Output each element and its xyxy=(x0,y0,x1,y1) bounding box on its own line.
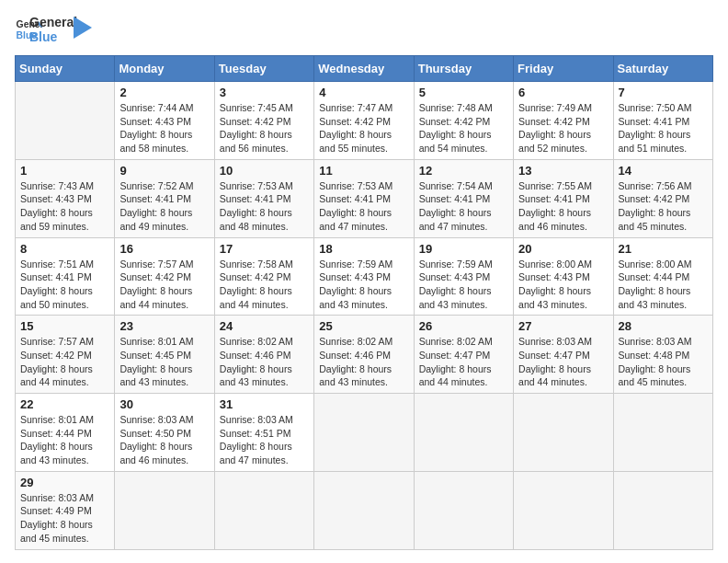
calendar-body: 2Sunrise: 7:44 AMSunset: 4:43 PMDaylight… xyxy=(16,82,713,550)
calendar-cell: 14Sunrise: 7:56 AMSunset: 4:42 PMDayligh… xyxy=(613,159,712,237)
day-info: Sunrise: 7:53 AMSunset: 4:41 PMDaylight:… xyxy=(319,179,408,234)
day-info: Sunrise: 8:03 AMSunset: 4:48 PMDaylight:… xyxy=(619,335,708,389)
calendar-week-2: 8Sunrise: 7:51 AMSunset: 4:41 PMDaylight… xyxy=(16,237,713,316)
calendar-cell: 8Sunrise: 7:51 AMSunset: 4:41 PMDaylight… xyxy=(16,237,115,316)
calendar-cell: 2Sunrise: 7:44 AMSunset: 4:43 PMDaylight… xyxy=(115,82,214,160)
calendar-cell: 25Sunrise: 8:02 AMSunset: 4:46 PMDayligh… xyxy=(314,316,414,394)
day-number: 18 xyxy=(319,242,408,256)
day-number: 31 xyxy=(220,397,309,411)
calendar-cell: 3Sunrise: 7:45 AMSunset: 4:42 PMDaylight… xyxy=(214,82,313,160)
calendar-cell xyxy=(613,471,712,549)
calendar-cell: 27Sunrise: 8:03 AMSunset: 4:47 PMDayligh… xyxy=(514,316,613,394)
day-info: Sunrise: 7:50 AMSunset: 4:41 PMDaylight:… xyxy=(619,101,708,155)
calendar-cell xyxy=(514,394,613,472)
calendar-cell: 18Sunrise: 7:59 AMSunset: 4:43 PMDayligh… xyxy=(314,237,414,316)
header-cell-thursday: Thursday xyxy=(414,56,513,82)
day-info: Sunrise: 7:44 AMSunset: 4:43 PMDaylight:… xyxy=(119,101,209,155)
day-info: Sunrise: 7:53 AMSunset: 4:41 PMDaylight:… xyxy=(220,179,309,234)
day-number: 7 xyxy=(619,86,708,99)
day-number: 3 xyxy=(220,86,309,99)
day-info: Sunrise: 7:48 AMSunset: 4:42 PMDaylight:… xyxy=(419,101,508,155)
day-number: 29 xyxy=(20,476,109,489)
calendar-cell: 21Sunrise: 8:00 AMSunset: 4:44 PMDayligh… xyxy=(613,237,712,316)
logo-arrow-icon xyxy=(74,17,92,39)
day-number: 14 xyxy=(619,164,708,178)
header-cell-wednesday: Wednesday xyxy=(314,56,414,82)
day-number: 17 xyxy=(220,242,309,256)
day-info: Sunrise: 8:03 AMSunset: 4:51 PMDaylight:… xyxy=(220,413,309,467)
day-number: 6 xyxy=(518,86,608,99)
calendar-cell: 9Sunrise: 7:52 AMSunset: 4:41 PMDaylight… xyxy=(115,159,214,237)
day-number: 26 xyxy=(419,319,508,333)
day-number: 5 xyxy=(419,86,508,99)
calendar-cell xyxy=(613,394,712,472)
day-info: Sunrise: 8:00 AMSunset: 4:43 PMDaylight:… xyxy=(518,258,608,312)
day-number: 19 xyxy=(419,242,508,256)
day-number: 23 xyxy=(119,319,209,333)
calendar-week-5: 29Sunrise: 8:03 AMSunset: 4:49 PMDayligh… xyxy=(16,471,713,549)
calendar-table: SundayMondayTuesdayWednesdayThursdayFrid… xyxy=(15,55,713,550)
day-info: Sunrise: 8:02 AMSunset: 4:46 PMDaylight:… xyxy=(319,335,408,389)
day-info: Sunrise: 7:52 AMSunset: 4:41 PMDaylight:… xyxy=(119,179,209,234)
day-info: Sunrise: 7:47 AMSunset: 4:42 PMDaylight:… xyxy=(319,101,408,155)
calendar-cell: 10Sunrise: 7:53 AMSunset: 4:41 PMDayligh… xyxy=(214,159,313,237)
calendar-cell: 6Sunrise: 7:49 AMSunset: 4:42 PMDaylight… xyxy=(514,82,613,160)
calendar-cell: 24Sunrise: 8:02 AMSunset: 4:46 PMDayligh… xyxy=(214,316,313,394)
calendar-cell: 30Sunrise: 8:03 AMSunset: 4:50 PMDayligh… xyxy=(115,394,214,472)
day-info: Sunrise: 7:45 AMSunset: 4:42 PMDaylight:… xyxy=(220,101,309,155)
calendar-cell xyxy=(514,471,613,549)
svg-marker-3 xyxy=(74,17,92,39)
calendar-cell: 5Sunrise: 7:48 AMSunset: 4:42 PMDaylight… xyxy=(414,82,513,160)
day-number: 2 xyxy=(119,86,209,99)
day-info: Sunrise: 8:00 AMSunset: 4:44 PMDaylight:… xyxy=(619,258,708,312)
day-info: Sunrise: 7:56 AMSunset: 4:42 PMDaylight:… xyxy=(619,179,708,234)
calendar-cell xyxy=(314,394,414,472)
day-number: 16 xyxy=(119,242,209,256)
day-info: Sunrise: 8:03 AMSunset: 4:47 PMDaylight:… xyxy=(518,335,608,389)
calendar-cell: 11Sunrise: 7:53 AMSunset: 4:41 PMDayligh… xyxy=(314,159,414,237)
day-info: Sunrise: 8:02 AMSunset: 4:46 PMDaylight:… xyxy=(220,335,309,389)
day-info: Sunrise: 7:49 AMSunset: 4:42 PMDaylight:… xyxy=(518,101,608,155)
day-info: Sunrise: 8:02 AMSunset: 4:47 PMDaylight:… xyxy=(419,335,508,389)
day-number: 30 xyxy=(119,397,209,411)
header-cell-tuesday: Tuesday xyxy=(214,56,313,82)
calendar-cell: 17Sunrise: 7:58 AMSunset: 4:42 PMDayligh… xyxy=(214,237,313,316)
day-number: 8 xyxy=(20,242,109,256)
day-number: 21 xyxy=(619,242,708,256)
day-number: 10 xyxy=(220,164,309,178)
day-info: Sunrise: 7:51 AMSunset: 4:41 PMDaylight:… xyxy=(20,258,109,312)
day-number: 12 xyxy=(419,164,508,178)
calendar-cell xyxy=(414,394,513,472)
day-info: Sunrise: 7:55 AMSunset: 4:41 PMDaylight:… xyxy=(518,179,608,234)
day-number: 9 xyxy=(119,164,209,178)
calendar-cell: 26Sunrise: 8:02 AMSunset: 4:47 PMDayligh… xyxy=(414,316,513,394)
day-info: Sunrise: 7:43 AMSunset: 4:43 PMDaylight:… xyxy=(20,179,109,234)
calendar-cell xyxy=(115,471,214,549)
calendar-cell: 20Sunrise: 8:00 AMSunset: 4:43 PMDayligh… xyxy=(514,237,613,316)
header-cell-friday: Friday xyxy=(514,56,613,82)
calendar-cell xyxy=(314,471,414,549)
day-number: 11 xyxy=(319,164,408,178)
calendar-cell xyxy=(214,471,313,549)
calendar-cell xyxy=(16,82,115,160)
logo-blue-text: Blue xyxy=(29,29,77,44)
day-info: Sunrise: 7:59 AMSunset: 4:43 PMDaylight:… xyxy=(419,258,508,312)
day-info: Sunrise: 7:59 AMSunset: 4:43 PMDaylight:… xyxy=(319,258,408,312)
day-info: Sunrise: 8:03 AMSunset: 4:50 PMDaylight:… xyxy=(119,413,209,467)
day-number: 15 xyxy=(20,319,109,333)
day-info: Sunrise: 8:01 AMSunset: 4:44 PMDaylight:… xyxy=(20,413,109,467)
calendar-week-4: 22Sunrise: 8:01 AMSunset: 4:44 PMDayligh… xyxy=(16,394,713,472)
calendar-cell: 16Sunrise: 7:57 AMSunset: 4:42 PMDayligh… xyxy=(115,237,214,316)
logo: General Blue General Blue xyxy=(15,15,92,44)
day-info: Sunrise: 7:54 AMSunset: 4:41 PMDaylight:… xyxy=(419,179,508,234)
day-number: 27 xyxy=(518,319,608,333)
calendar-cell: 31Sunrise: 8:03 AMSunset: 4:51 PMDayligh… xyxy=(214,394,313,472)
calendar-cell: 19Sunrise: 7:59 AMSunset: 4:43 PMDayligh… xyxy=(414,237,513,316)
header-row: SundayMondayTuesdayWednesdayThursdayFrid… xyxy=(16,56,713,82)
calendar-week-3: 15Sunrise: 7:57 AMSunset: 4:42 PMDayligh… xyxy=(16,316,713,394)
day-number: 4 xyxy=(319,86,408,99)
calendar-cell: 28Sunrise: 8:03 AMSunset: 4:48 PMDayligh… xyxy=(613,316,712,394)
calendar-cell: 23Sunrise: 8:01 AMSunset: 4:45 PMDayligh… xyxy=(115,316,214,394)
day-number: 1 xyxy=(20,164,109,178)
header-cell-sunday: Sunday xyxy=(16,56,115,82)
